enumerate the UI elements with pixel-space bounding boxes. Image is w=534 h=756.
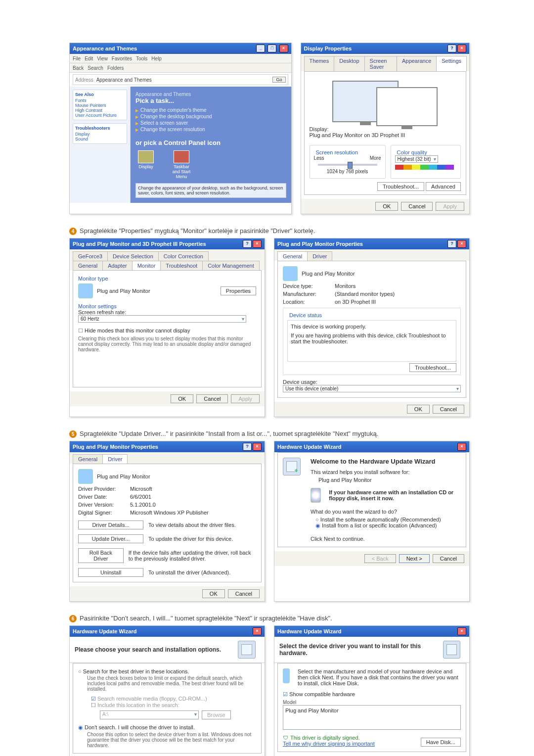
display-icon[interactable]: Display	[135, 150, 156, 179]
model-list-item[interactable]: Plug and Play Monitor	[285, 708, 339, 713]
window-title: Appearance and Themes	[73, 46, 137, 51]
close-icon[interactable]: ×	[457, 45, 466, 52]
help-icon[interactable]: ?	[447, 240, 456, 248]
radio-dont-search[interactable]	[78, 724, 85, 730]
have-disk-button[interactable]: Have Disk...	[421, 738, 461, 747]
search-button[interactable]: Search	[88, 65, 103, 71]
help-icon[interactable]: ?	[447, 45, 456, 52]
driver-details-button[interactable]: Driver Details...	[78, 520, 143, 529]
tab-driver[interactable]: Driver	[307, 251, 332, 261]
cancel-button[interactable]: Cancel	[433, 405, 464, 414]
next-button[interactable]: Next >	[399, 554, 430, 563]
tab-driver[interactable]: Driver	[102, 454, 128, 464]
cancel-button[interactable]: Cancel	[228, 589, 260, 598]
side-link[interactable]: User Account Picture	[75, 113, 125, 118]
tab-settings[interactable]: Settings	[436, 56, 467, 71]
hide-modes-checkbox[interactable]	[78, 328, 85, 333]
tab-desktop[interactable]: Desktop	[334, 56, 364, 71]
task-link[interactable]: Change the computer's theme	[135, 107, 286, 113]
uninstall-button[interactable]: Uninstall	[78, 568, 143, 577]
folders-button[interactable]: Folders	[107, 65, 124, 71]
properties-button[interactable]: Properties	[221, 286, 256, 295]
ok-button[interactable]: OK	[407, 405, 430, 414]
tab-general[interactable]: General	[277, 251, 308, 261]
tab-adapter[interactable]: Adapter	[102, 261, 133, 270]
resolution-slider[interactable]	[318, 164, 377, 166]
menu-file[interactable]: File	[73, 56, 81, 61]
side-link[interactable]: High Contrast	[75, 108, 125, 113]
tell-me-link[interactable]: Tell me why driver signing is important	[283, 741, 375, 747]
ok-button[interactable]: OK	[202, 589, 225, 598]
device-usage-select[interactable]: Use this device (enable)	[283, 385, 461, 392]
tab-geforce[interactable]: GeForce3	[73, 251, 108, 261]
task-link[interactable]: Change the screen resolution	[135, 127, 286, 132]
tab-general[interactable]: General	[73, 261, 103, 270]
back-button[interactable]: < Back	[364, 554, 396, 563]
cancel-button[interactable]: Cancel	[196, 394, 228, 403]
menu-tools[interactable]: Tools	[136, 56, 147, 61]
rollback-driver-button[interactable]: Roll Back Driver	[78, 548, 124, 563]
device-name: Plug and Play Monitor	[302, 271, 355, 277]
troubleshoot-button[interactable]: Troubleshoot...	[409, 363, 456, 372]
close-icon[interactable]: ×	[253, 443, 262, 451]
model-list[interactable]: Plug and Play Monitor	[283, 705, 461, 730]
cancel-button[interactable]: Cancel	[401, 202, 433, 211]
close-icon[interactable]: ×	[253, 627, 262, 635]
driver-provider-label: Driver Provider:	[78, 486, 130, 492]
browse-button[interactable]: Browse	[202, 710, 231, 719]
menu-edit[interactable]: Edit	[85, 56, 93, 61]
manufacturer-value: (Standard monitor types)	[335, 291, 395, 297]
tab-themes[interactable]: Themes	[304, 56, 335, 71]
menu-favorites[interactable]: Favorites	[112, 56, 132, 61]
radio-search[interactable]	[78, 668, 83, 674]
tab-screensaver[interactable]: Screen Saver	[364, 56, 397, 71]
compat-checkbox[interactable]	[283, 691, 289, 697]
refresh-rate-select[interactable]: 60 Hertz	[78, 315, 246, 323]
back-button[interactable]: Back	[73, 65, 84, 71]
tab-general[interactable]: General	[73, 454, 103, 464]
close-icon[interactable]: ×	[457, 443, 466, 451]
check-location[interactable]	[91, 702, 97, 708]
help-icon[interactable]: ?	[243, 240, 252, 248]
tab-deviceselection[interactable]: Device Selection	[107, 251, 159, 261]
side-link[interactable]: Mouse Pointers	[75, 103, 125, 108]
minimize-icon[interactable]: _	[256, 45, 265, 52]
radio-list[interactable]	[315, 522, 322, 528]
task-link[interactable]: Change the desktop background	[135, 114, 286, 119]
menu-view[interactable]: View	[97, 56, 108, 61]
close-icon[interactable]: ×	[457, 627, 466, 635]
tab-appearance[interactable]: Appearance	[397, 56, 437, 71]
tab-colorcorrection[interactable]: Color Correction	[158, 251, 209, 261]
side-link[interactable]: Fonts	[75, 98, 125, 103]
apply-button[interactable]: Apply	[231, 394, 260, 403]
update-driver-button[interactable]: Update Driver...	[78, 534, 143, 543]
tab-troubleshoot[interactable]: Troubleshoot	[160, 261, 203, 270]
task-link[interactable]: Select a screen saver	[135, 120, 286, 126]
side-link[interactable]: Display	[75, 132, 125, 137]
advanced-button[interactable]: Advanced	[426, 182, 461, 191]
taskbar-icon[interactable]: Taskbar and Start Menu	[171, 150, 192, 179]
path-input[interactable]: A:\	[100, 710, 199, 719]
ok-button[interactable]: OK	[171, 394, 193, 403]
color-quality-select[interactable]: Highest (32 bit)	[395, 155, 439, 163]
radio-auto[interactable]	[315, 517, 320, 522]
driver-details-desc: To view details about the driver files.	[148, 522, 236, 528]
tab-colormgmt[interactable]: Color Management	[202, 261, 260, 270]
monitor-prophet-properties: Plug and Play Monitor and 3D Prophet III…	[69, 238, 265, 417]
close-icon[interactable]: ×	[279, 45, 288, 52]
address-bar[interactable]: Address Appearance and Themes Go	[73, 74, 288, 85]
menu-help[interactable]: Help	[151, 56, 162, 61]
maximize-icon[interactable]: □	[267, 45, 276, 52]
check-removable[interactable]	[91, 696, 97, 702]
ok-button[interactable]: OK	[375, 202, 398, 211]
close-icon[interactable]: ×	[457, 240, 466, 248]
side-link[interactable]: Sound	[75, 137, 125, 142]
cancel-button[interactable]: Cancel	[433, 554, 464, 563]
close-icon[interactable]: ×	[253, 240, 262, 248]
help-icon[interactable]: ?	[243, 443, 252, 451]
troubleshoot-button[interactable]: Troubleshoot...	[377, 182, 424, 191]
go-button[interactable]: Go	[272, 77, 285, 83]
tooltip: Change the appearance of your desktop, s…	[135, 183, 286, 198]
apply-button[interactable]: Apply	[436, 202, 464, 211]
tab-monitor[interactable]: Monitor	[132, 261, 161, 270]
